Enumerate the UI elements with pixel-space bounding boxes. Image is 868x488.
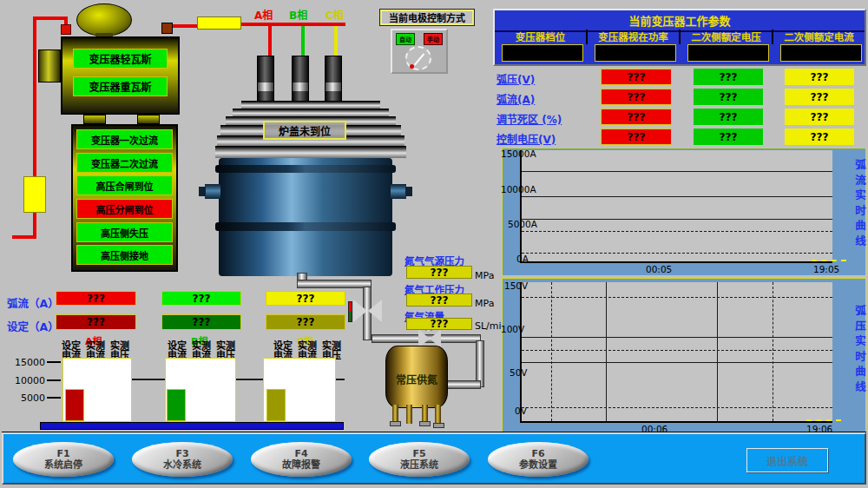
arc-voltage-row-label: 弧压(V) <box>496 71 535 86</box>
nitrogen-source-pressure-value: ??? <box>406 266 472 279</box>
furnace-nozzle-right-tip <box>405 187 412 196</box>
electrode-a <box>257 56 274 104</box>
footer-button-f1[interactable]: F1系统启停 <box>13 442 114 477</box>
arc-current-value-c: ??? <box>266 291 345 306</box>
mode-selector-knob-icon[interactable] <box>405 46 431 70</box>
bar-set-current-a <box>65 389 84 421</box>
deadband-c: ??? <box>785 109 854 125</box>
setpoint-value-a: ??? <box>56 314 136 330</box>
x-tick: 00:05 <box>646 264 672 274</box>
phase-c-wire <box>334 26 338 59</box>
arc-current-value-a: ??? <box>56 291 136 306</box>
y-tick: 150V <box>504 280 528 291</box>
manual-mode-button[interactable]: 手动 <box>424 33 443 45</box>
y-tick: 5000A <box>508 219 537 229</box>
hv-breaker[interactable] <box>23 176 46 213</box>
valve-indicator <box>348 301 352 322</box>
deadband-a: ??? <box>601 109 672 125</box>
setpoint-label: 设定（A） <box>7 318 59 334</box>
pipe-horizontal-1 <box>297 280 372 288</box>
alarm-transformer-heavy-gas: 变压器重瓦斯 <box>73 76 168 96</box>
tank-leg <box>392 405 398 422</box>
footer-button-f3[interactable]: F3水冷系统 <box>132 442 233 477</box>
phase-b-label: B相 <box>289 7 307 22</box>
nitrogen-valve-icon <box>368 300 382 322</box>
arc-current-plot-area <box>520 150 832 263</box>
furnace-body <box>219 158 392 276</box>
params-value-rated-current <box>780 44 862 62</box>
deadband-row-label: 调节死区 (%) <box>496 111 562 126</box>
arc-voltage-trend-chart: 150V 100V 50V 0V 00:06 19:06 弧压实时曲线 <box>502 278 866 434</box>
arc-current-row-label: 弧流(A) <box>496 91 535 106</box>
tank-leg <box>422 405 428 422</box>
footer-button-f5[interactable]: F5液压系统 <box>369 442 470 477</box>
y-tick: 10000A <box>501 184 536 195</box>
bar-y-tick-15000: 15000 <box>14 357 45 368</box>
hv-wire-bottom <box>12 235 36 239</box>
y-tick: 0A <box>516 254 529 264</box>
furnace-band-upper <box>215 165 396 173</box>
deadband-b: ??? <box>694 109 763 125</box>
lid-status-badge: 炉盖未到位 <box>263 121 346 140</box>
bus-resistor <box>197 16 241 30</box>
transformer-foot-right <box>137 115 160 124</box>
params-header-apparent-power: 变压器视在功率 <box>586 30 679 44</box>
control-voltage-row-label: 控制电压(V) <box>496 131 556 146</box>
pipe-horizontal-3 <box>446 380 481 389</box>
tank-foot <box>419 421 431 426</box>
y-tick: 15000A <box>501 148 536 159</box>
tank-foot <box>390 421 401 426</box>
bar-baseline <box>40 422 344 430</box>
bar-y-tick-5000: 5000 <box>14 392 45 404</box>
footer-bar: F1系统启停 F3水冷系统 F4故障报警 F5液压系统 F6参数设置 退出系统 <box>2 432 866 485</box>
control-voltage-a: ??? <box>601 129 672 145</box>
params-header-rated-voltage: 二次侧额定电压 <box>679 30 772 44</box>
arc-voltage-a: ??? <box>601 69 672 85</box>
electrode-b <box>292 56 309 104</box>
arc-voltage-b: ??? <box>694 69 763 85</box>
hv-wire-left-upper <box>33 16 36 176</box>
arc-voltage-plot-area <box>520 282 832 423</box>
arc-current-b: ??? <box>694 89 763 105</box>
alarm-transformer-light-gas: 变压器轻瓦斯 <box>73 49 168 69</box>
bar-set-current-c <box>266 389 286 421</box>
phase-a-wire <box>268 26 272 59</box>
footer-button-f4[interactable]: F4故障报警 <box>251 442 352 477</box>
bar-gridline <box>132 379 165 380</box>
params-value-apparent-power <box>595 44 676 62</box>
arc-current-value-b: ??? <box>161 291 241 306</box>
lid-disc <box>233 109 389 116</box>
arc-current-trend-chart: 15000A 10000A 5000A 0A 00:05 19:05 弧流实时曲… <box>502 148 866 276</box>
arc-current-a: ??? <box>601 89 672 105</box>
lid-disc <box>241 101 380 109</box>
nitrogen-working-pressure-unit: MPa <box>475 298 494 309</box>
nitrogen-source-pressure-unit: MPa <box>475 270 494 281</box>
furnace-nozzle-right <box>391 184 406 199</box>
phase-b-wire <box>301 26 305 59</box>
electrode-c <box>325 56 342 104</box>
x-tick: 19:05 <box>813 264 839 274</box>
bar-tick <box>47 379 61 381</box>
trend-cursor[interactable] <box>812 260 846 261</box>
y-tick: 100V <box>501 324 524 334</box>
footer-button-f6[interactable]: F6参数设置 <box>488 442 589 477</box>
bus-wire-left <box>173 24 197 28</box>
params-value-rated-voltage <box>687 44 769 62</box>
nitrogen-valve-icon[interactable] <box>353 300 367 322</box>
status-hv-open-in-place: 高压分闸到位 <box>76 199 173 219</box>
exit-button[interactable]: 退出系统 <box>746 448 828 472</box>
arc-current-c: ??? <box>785 89 854 105</box>
furnace-nozzle-left <box>205 184 220 199</box>
bar-tick <box>47 397 61 399</box>
status-hv-close-in-place: 高压合闸到位 <box>76 175 173 195</box>
hmi-screen: 变压器轻瓦斯 变压器重瓦斯 变压器一次过流 变压器二次过流 高压合闸到位 高压分… <box>0 0 868 488</box>
conservator-tank <box>76 3 132 36</box>
arc-current-trend-title: 弧流实时曲线 <box>852 159 868 250</box>
electrode-control-panel: 自动 手动 <box>391 29 448 74</box>
auto-mode-button[interactable]: 自动 <box>396 33 415 45</box>
nitrogen-flow-value: ??? <box>406 318 472 330</box>
trend-cursor[interactable] <box>806 419 841 421</box>
setpoint-value-b: ??? <box>161 314 241 330</box>
furnace-band-lower <box>215 222 396 231</box>
arc-current-label: 弧流（A） <box>7 294 59 311</box>
